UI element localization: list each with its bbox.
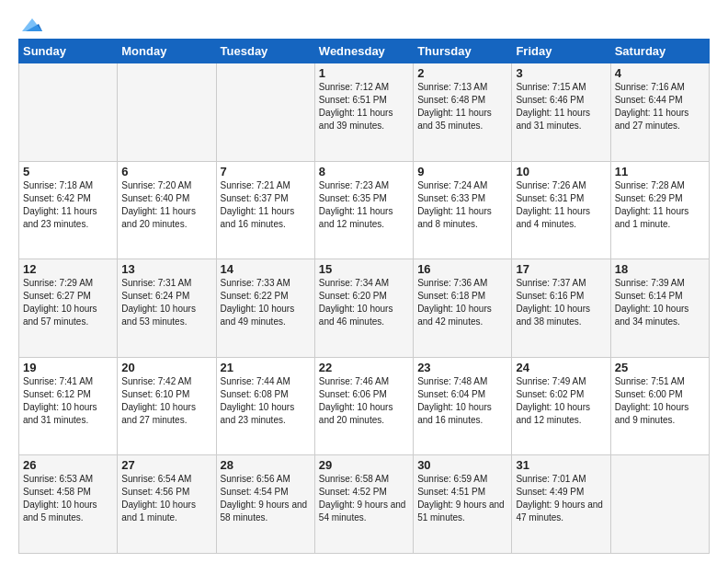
day-number: 8 — [319, 165, 409, 178]
day-number: 16 — [417, 262, 507, 276]
calendar-cell: 31Sunrise: 7:01 AM Sunset: 4:49 PM Dayli… — [512, 455, 610, 554]
weekday-header-tuesday: Tuesday — [216, 40, 314, 63]
calendar-cell: 20Sunrise: 7:42 AM Sunset: 6:10 PM Dayli… — [118, 357, 216, 455]
logo-icon — [22, 15, 42, 35]
day-number: 2 — [417, 66, 507, 80]
day-info: Sunrise: 7:48 AM Sunset: 6:04 PM Dayligh… — [417, 375, 507, 427]
calendar-cell: 19Sunrise: 7:41 AM Sunset: 6:12 PM Dayli… — [19, 357, 118, 455]
calendar-cell — [118, 63, 216, 162]
day-info: Sunrise: 7:21 AM Sunset: 6:37 PM Dayligh… — [221, 179, 311, 231]
day-number: 22 — [319, 361, 409, 374]
day-number: 14 — [221, 262, 311, 276]
day-number: 13 — [121, 262, 211, 276]
calendar-cell: 23Sunrise: 7:48 AM Sunset: 6:04 PM Dayli… — [414, 357, 512, 455]
calendar-cell — [610, 455, 709, 554]
calendar-cell: 10Sunrise: 7:26 AM Sunset: 6:31 PM Dayli… — [512, 161, 610, 259]
day-info: Sunrise: 7:12 AM Sunset: 6:51 PM Dayligh… — [319, 81, 409, 132]
day-number: 31 — [516, 458, 606, 472]
day-info: Sunrise: 7:26 AM Sunset: 6:31 PM Dayligh… — [516, 179, 606, 231]
calendar-cell: 3Sunrise: 7:15 AM Sunset: 6:46 PM Daylig… — [512, 63, 610, 162]
day-info: Sunrise: 7:49 AM Sunset: 6:02 PM Dayligh… — [516, 375, 606, 427]
calendar-cell: 14Sunrise: 7:33 AM Sunset: 6:22 PM Dayli… — [216, 259, 314, 358]
day-number: 29 — [319, 458, 409, 472]
day-info: Sunrise: 7:51 AM Sunset: 6:00 PM Dayligh… — [615, 375, 705, 427]
day-info: Sunrise: 7:15 AM Sunset: 6:46 PM Dayligh… — [516, 81, 606, 132]
calendar-cell: 6Sunrise: 7:20 AM Sunset: 6:40 PM Daylig… — [118, 161, 216, 259]
day-number: 20 — [121, 361, 211, 374]
calendar-cell: 18Sunrise: 7:39 AM Sunset: 6:14 PM Dayli… — [610, 259, 709, 358]
day-info: Sunrise: 7:18 AM Sunset: 6:42 PM Dayligh… — [23, 179, 113, 231]
day-info: Sunrise: 6:58 AM Sunset: 4:52 PM Dayligh… — [319, 473, 409, 524]
week-row-3: 19Sunrise: 7:41 AM Sunset: 6:12 PM Dayli… — [19, 357, 710, 455]
day-info: Sunrise: 6:59 AM Sunset: 4:51 PM Dayligh… — [417, 473, 507, 524]
day-number: 5 — [23, 165, 113, 178]
day-info: Sunrise: 7:23 AM Sunset: 6:35 PM Dayligh… — [319, 179, 409, 231]
day-number: 9 — [417, 165, 507, 178]
day-number: 12 — [23, 262, 113, 276]
calendar-cell: 1Sunrise: 7:12 AM Sunset: 6:51 PM Daylig… — [314, 63, 413, 162]
week-row-4: 26Sunrise: 6:53 AM Sunset: 4:58 PM Dayli… — [19, 455, 710, 554]
week-row-0: 1Sunrise: 7:12 AM Sunset: 6:51 PM Daylig… — [19, 63, 710, 162]
day-number: 7 — [221, 165, 311, 178]
calendar-cell: 16Sunrise: 7:36 AM Sunset: 6:18 PM Dayli… — [414, 259, 512, 358]
day-number: 10 — [516, 165, 606, 178]
day-info: Sunrise: 7:34 AM Sunset: 6:20 PM Dayligh… — [319, 277, 409, 328]
day-number: 23 — [417, 361, 507, 374]
day-number: 6 — [121, 165, 211, 178]
weekday-header-thursday: Thursday — [414, 40, 512, 63]
day-info: Sunrise: 7:46 AM Sunset: 6:06 PM Dayligh… — [319, 375, 409, 427]
day-number: 18 — [615, 262, 705, 276]
weekday-header-monday: Monday — [118, 40, 216, 63]
day-number: 1 — [319, 66, 409, 80]
calendar-cell: 13Sunrise: 7:31 AM Sunset: 6:24 PM Dayli… — [118, 259, 216, 358]
calendar-cell: 7Sunrise: 7:21 AM Sunset: 6:37 PM Daylig… — [216, 161, 314, 259]
week-row-2: 12Sunrise: 7:29 AM Sunset: 6:27 PM Dayli… — [19, 259, 710, 358]
calendar-cell: 15Sunrise: 7:34 AM Sunset: 6:20 PM Dayli… — [314, 259, 413, 358]
day-number: 30 — [417, 458, 507, 472]
calendar-cell: 28Sunrise: 6:56 AM Sunset: 4:54 PM Dayli… — [216, 455, 314, 554]
day-number: 15 — [319, 262, 409, 276]
day-number: 3 — [516, 66, 606, 80]
calendar-cell: 11Sunrise: 7:28 AM Sunset: 6:29 PM Dayli… — [610, 161, 709, 259]
calendar-cell: 24Sunrise: 7:49 AM Sunset: 6:02 PM Dayli… — [512, 357, 610, 455]
calendar-table: SundayMondayTuesdayWednesdayThursdayFrid… — [18, 39, 710, 554]
calendar-cell: 17Sunrise: 7:37 AM Sunset: 6:16 PM Dayli… — [512, 259, 610, 358]
page: SundayMondayTuesdayWednesdayThursdayFrid… — [0, 0, 728, 563]
calendar-cell — [216, 63, 314, 162]
weekday-header-friday: Friday — [512, 40, 610, 63]
header — [18, 15, 710, 29]
day-info: Sunrise: 7:24 AM Sunset: 6:33 PM Dayligh… — [417, 179, 507, 231]
calendar-cell: 8Sunrise: 7:23 AM Sunset: 6:35 PM Daylig… — [314, 161, 413, 259]
weekday-header-saturday: Saturday — [610, 40, 709, 63]
day-info: Sunrise: 7:16 AM Sunset: 6:44 PM Dayligh… — [615, 81, 705, 132]
calendar-cell: 5Sunrise: 7:18 AM Sunset: 6:42 PM Daylig… — [19, 161, 118, 259]
calendar-cell: 12Sunrise: 7:29 AM Sunset: 6:27 PM Dayli… — [19, 259, 118, 358]
calendar-cell — [19, 63, 118, 162]
calendar-cell: 22Sunrise: 7:46 AM Sunset: 6:06 PM Dayli… — [314, 357, 413, 455]
day-number: 4 — [615, 66, 705, 80]
weekday-header-row: SundayMondayTuesdayWednesdayThursdayFrid… — [19, 40, 710, 63]
day-number: 24 — [516, 361, 606, 374]
calendar-cell: 2Sunrise: 7:13 AM Sunset: 6:48 PM Daylig… — [414, 63, 512, 162]
week-row-1: 5Sunrise: 7:18 AM Sunset: 6:42 PM Daylig… — [19, 161, 710, 259]
day-number: 28 — [221, 458, 311, 472]
day-info: Sunrise: 7:41 AM Sunset: 6:12 PM Dayligh… — [23, 375, 113, 427]
calendar-cell: 29Sunrise: 6:58 AM Sunset: 4:52 PM Dayli… — [314, 455, 413, 554]
day-info: Sunrise: 7:33 AM Sunset: 6:22 PM Dayligh… — [221, 277, 311, 328]
day-info: Sunrise: 7:29 AM Sunset: 6:27 PM Dayligh… — [23, 277, 113, 328]
day-number: 25 — [615, 361, 705, 374]
day-info: Sunrise: 7:13 AM Sunset: 6:48 PM Dayligh… — [417, 81, 507, 132]
day-number: 26 — [23, 458, 113, 472]
weekday-header-wednesday: Wednesday — [314, 40, 413, 63]
calendar-cell: 26Sunrise: 6:53 AM Sunset: 4:58 PM Dayli… — [19, 455, 118, 554]
calendar-cell: 4Sunrise: 7:16 AM Sunset: 6:44 PM Daylig… — [610, 63, 709, 162]
day-number: 19 — [23, 361, 113, 374]
day-info: Sunrise: 7:28 AM Sunset: 6:29 PM Dayligh… — [615, 179, 705, 231]
calendar-cell: 21Sunrise: 7:44 AM Sunset: 6:08 PM Dayli… — [216, 357, 314, 455]
day-number: 17 — [516, 262, 606, 276]
day-number: 21 — [221, 361, 311, 374]
day-info: Sunrise: 7:01 AM Sunset: 4:49 PM Dayligh… — [516, 473, 606, 524]
day-info: Sunrise: 7:36 AM Sunset: 6:18 PM Dayligh… — [417, 277, 507, 328]
day-info: Sunrise: 7:37 AM Sunset: 6:16 PM Dayligh… — [516, 277, 606, 328]
day-info: Sunrise: 7:39 AM Sunset: 6:14 PM Dayligh… — [615, 277, 705, 328]
